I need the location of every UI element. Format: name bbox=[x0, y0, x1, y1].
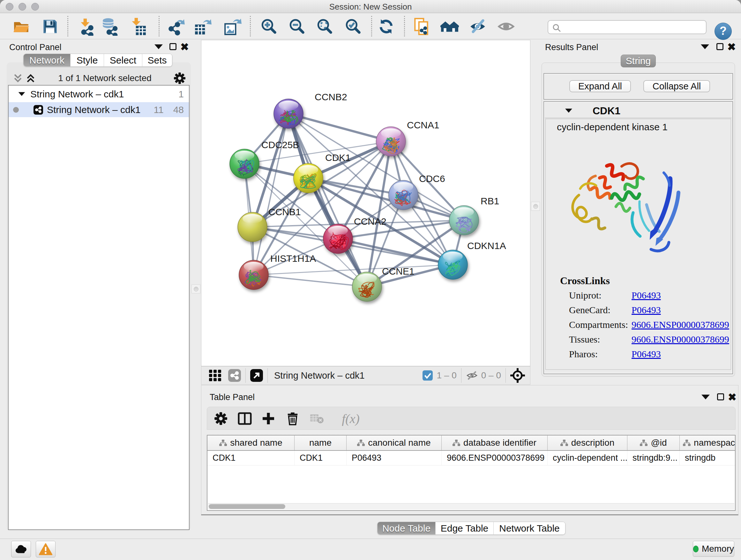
cloud-status-button[interactable] bbox=[11, 541, 31, 557]
left-splitter-handle[interactable] bbox=[192, 285, 200, 294]
show-columns-button[interactable] bbox=[237, 410, 253, 427]
expand-all-chevron-icon[interactable] bbox=[25, 73, 36, 84]
control-panel-close-icon[interactable]: ✖ bbox=[180, 43, 189, 51]
expand-all-button[interactable]: Expand All bbox=[569, 80, 631, 92]
cell-@id[interactable]: stringdb:9... bbox=[627, 451, 680, 465]
table-panel-float-icon[interactable] bbox=[717, 393, 724, 400]
collapse-all-chevron-icon[interactable] bbox=[12, 73, 23, 84]
grid-view-icon[interactable] bbox=[208, 368, 222, 382]
network-options-gear-icon[interactable] bbox=[174, 72, 186, 84]
tab-edge-table[interactable]: Edge Table bbox=[435, 522, 494, 535]
results-panel-float-icon[interactable] bbox=[717, 43, 724, 50]
save-session-button[interactable] bbox=[41, 17, 60, 36]
network-node-CCNE1[interactable] bbox=[352, 272, 382, 301]
table-row[interactable]: CDK1CDK1P064939606.ENSP00000378699cyclin… bbox=[207, 451, 735, 465]
delete-table-button[interactable] bbox=[309, 410, 325, 427]
column-header-name[interactable]: name bbox=[294, 435, 347, 450]
zoom-selected-button[interactable] bbox=[343, 17, 362, 36]
crosslink-value-link[interactable]: P06493 bbox=[631, 305, 661, 315]
zoom-fit-button[interactable] bbox=[315, 17, 334, 36]
export-table-button[interactable] bbox=[193, 17, 212, 36]
hidden-eye-icon[interactable] bbox=[466, 369, 478, 381]
tab-node-table[interactable]: Node Table bbox=[378, 522, 435, 535]
results-panel-close-icon[interactable]: ✖ bbox=[727, 43, 736, 51]
table-hscrollbar-thumb[interactable] bbox=[209, 504, 285, 509]
share-view-icon[interactable] bbox=[228, 369, 241, 382]
tab-string[interactable]: String bbox=[621, 55, 656, 67]
memory-button[interactable]: Memory bbox=[693, 541, 734, 557]
table-hscrollbar[interactable] bbox=[208, 503, 734, 509]
export-network-button[interactable] bbox=[167, 17, 186, 36]
network-node-CCNB2[interactable] bbox=[274, 99, 303, 128]
network-row[interactable]: String Network – cdk1 11 48 bbox=[9, 102, 189, 117]
cell-namespace[interactable]: stringdb bbox=[680, 451, 736, 465]
copy-style-button[interactable] bbox=[412, 17, 431, 36]
cell-shared-name[interactable]: CDK1 bbox=[207, 451, 294, 465]
zoom-out-button[interactable] bbox=[287, 17, 307, 36]
warning-status-button[interactable] bbox=[36, 541, 56, 557]
crosslink-value-link[interactable]: P06493 bbox=[631, 290, 661, 301]
refresh-button[interactable] bbox=[377, 17, 396, 36]
open-session-button[interactable] bbox=[11, 17, 30, 36]
control-panel-float-icon[interactable] bbox=[170, 43, 177, 50]
table-panel-menu-icon[interactable] bbox=[701, 395, 710, 399]
network-node-CCNA1[interactable] bbox=[376, 127, 406, 156]
network-node-CDC6[interactable] bbox=[389, 180, 418, 210]
column-header-database-identifier[interactable]: database identifier bbox=[442, 435, 548, 450]
network-canvas[interactable]: CCNB2CCNA1CDC25BCDK1CDC6RB1CCNB1CCNA2CDK… bbox=[201, 40, 530, 366]
column-header-@id[interactable]: @id bbox=[627, 435, 680, 450]
network-edge-HIST1H1A-CCNE1[interactable] bbox=[254, 275, 367, 287]
add-column-button[interactable] bbox=[260, 410, 277, 427]
cell-canonical-name[interactable]: P06493 bbox=[347, 451, 442, 465]
crosslink-value-link[interactable]: P06493 bbox=[631, 349, 661, 360]
export-image-button[interactable] bbox=[223, 17, 242, 36]
help-button[interactable]: ? bbox=[715, 23, 732, 40]
network-node-RB1[interactable] bbox=[449, 206, 479, 235]
selected-checkbox-icon[interactable] bbox=[422, 370, 433, 381]
tab-style[interactable]: Style bbox=[71, 54, 104, 66]
network-node-CDKN1A[interactable] bbox=[438, 250, 468, 279]
delete-column-button[interactable] bbox=[284, 410, 301, 427]
column-header-shared-name[interactable]: shared name bbox=[207, 435, 294, 450]
return-to-gallery-button[interactable] bbox=[440, 17, 459, 36]
table-settings-button[interactable] bbox=[212, 410, 229, 427]
control-panel-menu-icon[interactable] bbox=[154, 44, 163, 49]
right-splitter-handle[interactable] bbox=[531, 202, 540, 211]
cell-database-identifier[interactable]: 9606.ENSP00000378699 bbox=[442, 451, 548, 465]
tab-network[interactable]: Network bbox=[23, 54, 71, 66]
gene-expander-icon[interactable] bbox=[565, 109, 572, 113]
column-header-namespace[interactable]: namespace bbox=[680, 435, 736, 450]
column-header-canonical-name[interactable]: canonical name bbox=[347, 435, 442, 450]
column-namespace-icon bbox=[453, 439, 460, 446]
save-icon bbox=[41, 17, 59, 36]
import-table-file-button[interactable] bbox=[128, 17, 147, 36]
import-network-database-button[interactable] bbox=[100, 17, 119, 36]
tab-select[interactable]: Select bbox=[104, 54, 142, 66]
collection-expander-icon[interactable] bbox=[18, 92, 25, 96]
results-panel-menu-icon[interactable] bbox=[701, 44, 709, 49]
tab-network-table[interactable]: Network Table bbox=[494, 522, 565, 535]
show-hide-button[interactable] bbox=[468, 17, 487, 36]
network-collection-row[interactable]: String Network – cdk1 1 bbox=[9, 86, 189, 102]
function-builder-button[interactable]: f(x) bbox=[333, 410, 368, 427]
zoom-in-button[interactable] bbox=[259, 17, 278, 36]
tab-sets[interactable]: Sets bbox=[142, 54, 172, 66]
cell-description[interactable]: cyclin-dependent ... bbox=[548, 451, 627, 465]
network-node-CDC25B[interactable] bbox=[230, 149, 259, 179]
table-panel-close-icon[interactable]: ✖ bbox=[728, 393, 737, 401]
column-header-description[interactable]: description bbox=[548, 435, 627, 450]
network-node-HIST1H1A[interactable] bbox=[239, 260, 268, 290]
detach-view-icon[interactable] bbox=[250, 369, 263, 382]
birdseye-crosshair-icon[interactable] bbox=[510, 368, 525, 383]
crosslink-value-link[interactable]: 9606.ENSP00000378699 bbox=[631, 319, 729, 330]
toggle-eye-button[interactable] bbox=[496, 17, 516, 36]
network-node-CCNA2[interactable] bbox=[323, 224, 353, 253]
network-node-CCNB1[interactable] bbox=[238, 212, 267, 242]
network-node-CDK1[interactable] bbox=[293, 164, 323, 193]
cell-name[interactable]: CDK1 bbox=[294, 451, 347, 465]
search-input[interactable] bbox=[548, 20, 706, 34]
gene-section-header[interactable]: CDK1 bbox=[545, 103, 732, 118]
crosslink-value-link[interactable]: 9606.ENSP00000378699 bbox=[631, 334, 729, 345]
import-network-file-button[interactable] bbox=[77, 17, 96, 36]
collapse-all-button[interactable]: Collapse All bbox=[643, 80, 710, 92]
